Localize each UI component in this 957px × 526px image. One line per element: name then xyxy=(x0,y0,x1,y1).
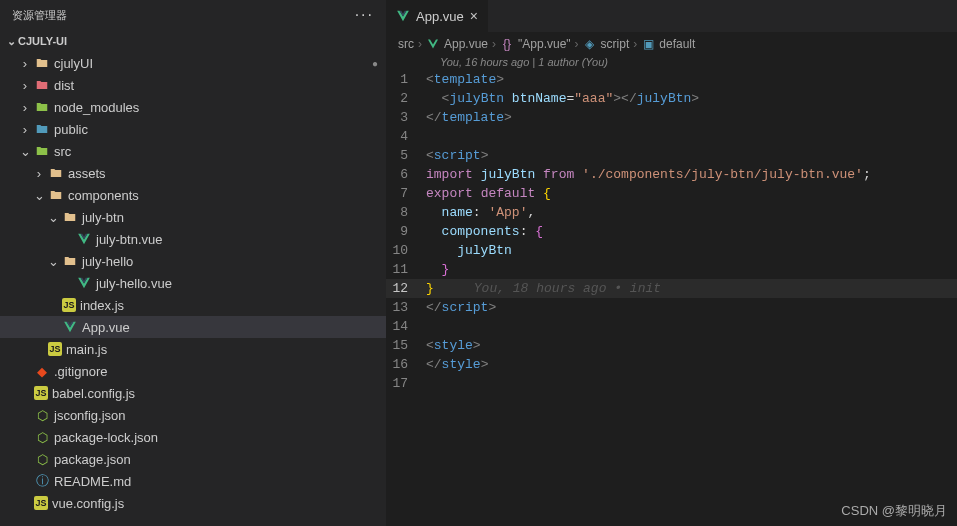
breadcrumb[interactable]: src › App.vue › {} "App.vue" › ◈ script … xyxy=(386,32,957,56)
code-line[interactable]: 7export default { xyxy=(386,184,957,203)
code-line[interactable]: 11 } xyxy=(386,260,957,279)
chevron-icon: ⌄ xyxy=(32,188,46,203)
tree-row[interactable]: ⬡package-lock.json xyxy=(0,426,386,448)
line-number: 9 xyxy=(386,222,426,241)
tree-row[interactable]: JSmain.js xyxy=(0,338,386,360)
tree-row[interactable]: july-btn.vue xyxy=(0,228,386,250)
js-icon: JS xyxy=(48,342,62,356)
chevron-down-icon: ⌄ xyxy=(4,35,18,48)
code-content: <style> xyxy=(426,336,481,355)
tree-row[interactable]: JSbabel.config.js xyxy=(0,382,386,404)
tree-label: july-btn.vue xyxy=(96,232,162,247)
explorer-sidebar: 资源管理器 ··· ⌄ CJULY-UI ›cjulyUI●›dist›node… xyxy=(0,0,386,526)
info-icon: ⓘ xyxy=(34,473,50,489)
folder-icon xyxy=(34,121,50,137)
line-number: 1 xyxy=(386,70,426,89)
tree-row[interactable]: ›node_modules xyxy=(0,96,386,118)
code-line[interactable]: 13</script> xyxy=(386,298,957,317)
project-root[interactable]: ⌄ CJULY-UI xyxy=(0,30,386,52)
code-line[interactable]: 1<template> xyxy=(386,70,957,89)
chevron-right-icon: › xyxy=(633,37,637,51)
vue-icon xyxy=(62,319,78,335)
code-line[interactable]: 3</template> xyxy=(386,108,957,127)
line-number: 13 xyxy=(386,298,426,317)
code-line[interactable]: 12}You, 18 hours ago • init xyxy=(386,279,957,298)
code-content: </script> xyxy=(426,298,496,317)
tree-row[interactable]: ›assets xyxy=(0,162,386,184)
tree-row[interactable]: ⌄src xyxy=(0,140,386,162)
more-icon[interactable]: ··· xyxy=(355,6,374,24)
code-line[interactable]: 5<script> xyxy=(386,146,957,165)
tree-row[interactable]: JSvue.config.js xyxy=(0,492,386,514)
gitlens-blame: You, 16 hours ago | 1 author (You) xyxy=(386,56,957,70)
watermark: CSDN @黎明晓月 xyxy=(841,502,947,520)
tree-label: jsconfig.json xyxy=(54,408,126,423)
line-number: 7 xyxy=(386,184,426,203)
code-line[interactable]: 4 xyxy=(386,127,957,146)
code-line[interactable]: 16</style> xyxy=(386,355,957,374)
json-icon: ⬡ xyxy=(34,429,50,445)
js-icon: JS xyxy=(34,386,48,400)
tab-app-vue[interactable]: App.vue × xyxy=(386,0,488,32)
folder-icon xyxy=(48,165,64,181)
code-line[interactable]: 9 components: { xyxy=(386,222,957,241)
code-line[interactable]: 8 name: 'App', xyxy=(386,203,957,222)
line-number: 17 xyxy=(386,374,426,393)
folder-icon xyxy=(62,253,78,269)
folder-icon xyxy=(34,143,50,159)
code-editor[interactable]: 1<template>2 <julyBtn btnName="aaa"></ju… xyxy=(386,70,957,526)
code-content: components: { xyxy=(426,222,543,241)
tree-label: july-btn xyxy=(82,210,124,225)
tree-row[interactable]: App.vue xyxy=(0,316,386,338)
git-icon: ◆ xyxy=(34,363,50,379)
tree-row[interactable]: ⓘREADME.md xyxy=(0,470,386,492)
bc-file[interactable]: App.vue xyxy=(444,37,488,51)
line-number: 6 xyxy=(386,165,426,184)
tree-row[interactable]: ⌄components xyxy=(0,184,386,206)
tree-label: dist xyxy=(54,78,74,93)
code-line[interactable]: 6import julyBtn from './components/july-… xyxy=(386,165,957,184)
tree-row[interactable]: ⬡package.json xyxy=(0,448,386,470)
line-number: 15 xyxy=(386,336,426,355)
code-content: </template> xyxy=(426,108,512,127)
bc-script[interactable]: script xyxy=(601,37,630,51)
bc-section[interactable]: "App.vue" xyxy=(518,37,571,51)
code-line[interactable]: 17 xyxy=(386,374,957,393)
folder-icon xyxy=(34,99,50,115)
close-icon[interactable]: × xyxy=(470,8,478,24)
tree-row[interactable]: JSindex.js xyxy=(0,294,386,316)
tree-label: main.js xyxy=(66,342,107,357)
code-line[interactable]: 15<style> xyxy=(386,336,957,355)
bc-default[interactable]: default xyxy=(659,37,695,51)
tree-label: vue.config.js xyxy=(52,496,124,511)
tree-row[interactable]: ›cjulyUI● xyxy=(0,52,386,74)
tree-label: .gitignore xyxy=(54,364,107,379)
bc-src[interactable]: src xyxy=(398,37,414,51)
braces-icon: {} xyxy=(500,37,514,51)
tree-row[interactable]: ›public xyxy=(0,118,386,140)
tree-row[interactable]: ›dist xyxy=(0,74,386,96)
code-line[interactable]: 10 julyBtn xyxy=(386,241,957,260)
code-line[interactable]: 2 <julyBtn btnName="aaa"></julyBtn> xyxy=(386,89,957,108)
tree-row[interactable]: ◆.gitignore xyxy=(0,360,386,382)
line-number: 4 xyxy=(386,127,426,146)
tree-label: README.md xyxy=(54,474,131,489)
vue-icon xyxy=(76,275,92,291)
vue-icon xyxy=(76,231,92,247)
file-tree[interactable]: ›cjulyUI●›dist›node_modules›public⌄src›a… xyxy=(0,52,386,526)
tree-label: assets xyxy=(68,166,106,181)
cube-icon: ◈ xyxy=(583,37,597,51)
code-content: } xyxy=(426,260,449,279)
tree-row[interactable]: ⌄july-hello xyxy=(0,250,386,272)
tree-row[interactable]: ⌄july-btn xyxy=(0,206,386,228)
tree-row[interactable]: july-hello.vue xyxy=(0,272,386,294)
chevron-icon: › xyxy=(18,78,32,93)
explorer-header: 资源管理器 ··· xyxy=(0,0,386,30)
line-number: 2 xyxy=(386,89,426,108)
line-number: 10 xyxy=(386,241,426,260)
editor-tabs[interactable]: App.vue × xyxy=(386,0,957,32)
tree-row[interactable]: ⬡jsconfig.json xyxy=(0,404,386,426)
tree-label: july-hello xyxy=(82,254,133,269)
code-line[interactable]: 14 xyxy=(386,317,957,336)
chevron-icon: › xyxy=(18,100,32,115)
